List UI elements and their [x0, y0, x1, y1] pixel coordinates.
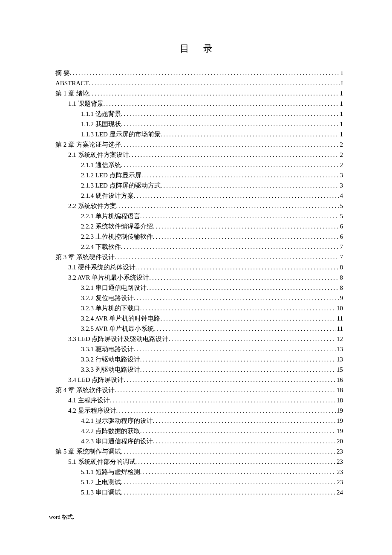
- toc-entry: 5.1.2 上电测试23: [55, 477, 343, 487]
- toc-entry: 1.1.1 选题背景1: [55, 109, 343, 119]
- toc-entry-label: 2.2 系统软件方案: [68, 201, 116, 211]
- toc-entry-page: 8: [339, 283, 343, 293]
- toc-entry-label: 1.1.1 选题背景: [81, 109, 121, 119]
- toc-entry-page: 23: [336, 457, 343, 467]
- toc-entry-label: 1.1.3 LED 显示屏的市场前景: [81, 129, 161, 139]
- toc-dots: [121, 109, 339, 119]
- toc-dots: [121, 139, 339, 150]
- toc-entry: 4.2.2 点阵数据的获取19: [55, 426, 343, 436]
- toc-dots: [161, 129, 339, 139]
- toc-entry: 2.1.4 硬件设计方案4: [55, 191, 343, 201]
- toc-entry-page: 1: [339, 119, 343, 129]
- toc-entry-label: 3.2.4 AVR 单片机的时钟电路: [81, 313, 160, 324]
- toc-entry-label: 3.1 硬件系统的总体设计: [68, 262, 135, 272]
- toc-entry: 1.1.3 LED 显示屏的市场前景 1: [55, 129, 343, 139]
- toc-entry-page: 18: [336, 385, 343, 395]
- toc-entry-label: 2.2.3 上位机控制传输软件: [81, 231, 153, 242]
- toc-dots: [121, 160, 339, 170]
- toc-entry-label: 3.2.5 AVR 单片机最小系统: [81, 324, 154, 334]
- toc-entry-label: 3.2 AVR 单片机最小系统设计: [68, 272, 149, 283]
- toc-entry-page: I: [340, 78, 343, 88]
- toc-dots: [153, 436, 336, 446]
- toc-entry-label: 第 1 章 绪论: [55, 88, 89, 98]
- toc-entry-label: 5.1.2 上电测试: [81, 477, 121, 487]
- toc-entry-label: 3.2.1 串口通信电路设计: [81, 283, 147, 293]
- toc-entry-page: 23: [336, 477, 343, 487]
- document-page: 目 录 摘 要IABSTRACTI第 1 章 绪论11.1 课题背景 11.1.…: [0, 0, 392, 555]
- toc-entry-page: 8: [339, 262, 343, 272]
- toc-entry: 3.2.4 AVR 单片机的时钟电路 11: [55, 313, 343, 324]
- toc-dots: [121, 119, 339, 129]
- toc-entry-page: 9: [339, 293, 343, 303]
- toc-entry: 第 1 章 绪论1: [55, 88, 343, 98]
- toc-entry: 4.2 显示程序设计 19: [55, 405, 343, 416]
- toc-entry: 2.2.3 上位机控制传输软件6: [55, 231, 343, 242]
- toc-dots: [153, 231, 339, 242]
- toc-entry: 2.1 系统硬件方案设计 2: [55, 150, 343, 160]
- toc-entry-page: 7: [339, 242, 343, 252]
- toc-entry: 4.2.3 串口通信程序的设计20: [55, 436, 343, 446]
- toc-entry-page: 6: [339, 221, 343, 231]
- toc-dots: [147, 283, 339, 293]
- toc-entry-label: 5.1.3 串口调试: [81, 487, 121, 497]
- toc-entry-label: 3.2.2 复位电路设计: [81, 293, 134, 303]
- toc-dots: [140, 364, 336, 375]
- toc-entry-page: 20: [336, 436, 343, 446]
- toc-dots: [115, 252, 339, 262]
- toc-entry-label: 第 3 章 系统硬件设计: [55, 252, 115, 262]
- toc-entry-page: 7: [339, 252, 343, 262]
- toc-entry: 3.2.5 AVR 单片机最小系统 11: [55, 324, 343, 334]
- toc-entry-page: 3: [339, 170, 343, 180]
- toc-dots: [135, 457, 336, 467]
- toc-entry-label: 1.1 课题背景: [68, 98, 104, 109]
- toc-entry-label: 4.2.2 点阵数据的获取: [81, 426, 140, 436]
- toc-dots: [153, 221, 339, 231]
- toc-dots: [140, 211, 339, 221]
- toc-entry: 第 4 章 系统软件设计18: [55, 385, 343, 395]
- toc-dots: [89, 78, 340, 88]
- toc-entry: 3.2 AVR 单片机最小系统设计8: [55, 272, 343, 283]
- toc-dots: [135, 262, 339, 272]
- toc-entry-page: 23: [336, 467, 343, 477]
- toc-entry-page: 18: [336, 395, 343, 405]
- toc-dots: [89, 88, 339, 98]
- toc-entry-label: 3.3.3 列驱动电路设计: [81, 364, 140, 375]
- toc-entry: 第 2 章 方案论证与选择2: [55, 139, 343, 150]
- toc-entry: 3.2.3 单片机的下载口10: [55, 303, 343, 313]
- toc-entry-label: 2.2.1 单片机编程语言: [81, 211, 140, 221]
- toc-entry-label: 第 4 章 系统软件设计: [55, 385, 115, 395]
- toc-entry-label: 2.2.4 下载软件: [81, 242, 121, 252]
- top-rule: [55, 30, 343, 30]
- toc-dots: [110, 395, 336, 405]
- toc-entry-page: 6: [339, 231, 343, 242]
- toc-entry-page: 2: [339, 150, 343, 160]
- toc-entry: ABSTRACTI: [55, 78, 343, 88]
- toc-entry: 2.1.2 LED 点阵显示屏 3: [55, 170, 343, 180]
- toc-entry-label: 4.2 显示程序设计: [68, 405, 116, 416]
- toc-entry-page: 23: [336, 446, 343, 457]
- toc-entry-page: 1: [339, 98, 343, 109]
- toc-entry: 3.2.1 串口通信电路设计8: [55, 283, 343, 293]
- toc-dots: [124, 375, 336, 385]
- toc-entry-page: 10: [336, 303, 343, 313]
- toc-dots: [140, 467, 336, 477]
- toc-entry: 3.3.3 列驱动电路设计15: [55, 364, 343, 375]
- toc-dots: [121, 446, 336, 457]
- toc-entry: 3.1 硬件系统的总体设计 8: [55, 262, 343, 272]
- toc-entry-page: 4: [339, 191, 343, 201]
- toc-entry-page: 13: [336, 344, 343, 354]
- toc-entry: 4.2.1 显示驱动程序的设计19: [55, 416, 343, 426]
- toc-list: 摘 要IABSTRACTI第 1 章 绪论11.1 课题背景 11.1.1 选题…: [55, 68, 343, 497]
- toc-entry-label: ABSTRACT: [55, 78, 89, 88]
- toc-title: 目 录: [55, 42, 343, 55]
- toc-entry-page: 13: [336, 354, 343, 364]
- toc-entry-page: 1: [339, 129, 343, 139]
- toc-entry-page: 15: [336, 364, 343, 375]
- toc-entry-label: 第 2 章 方案论证与选择: [55, 139, 121, 150]
- toc-dots: [121, 242, 339, 252]
- toc-entry-page: 3: [339, 180, 343, 191]
- toc-entry-page: 24: [336, 487, 343, 497]
- toc-entry-page: 8: [339, 272, 343, 283]
- toc-entry-page: 11: [336, 313, 343, 324]
- toc-dots: [154, 324, 336, 334]
